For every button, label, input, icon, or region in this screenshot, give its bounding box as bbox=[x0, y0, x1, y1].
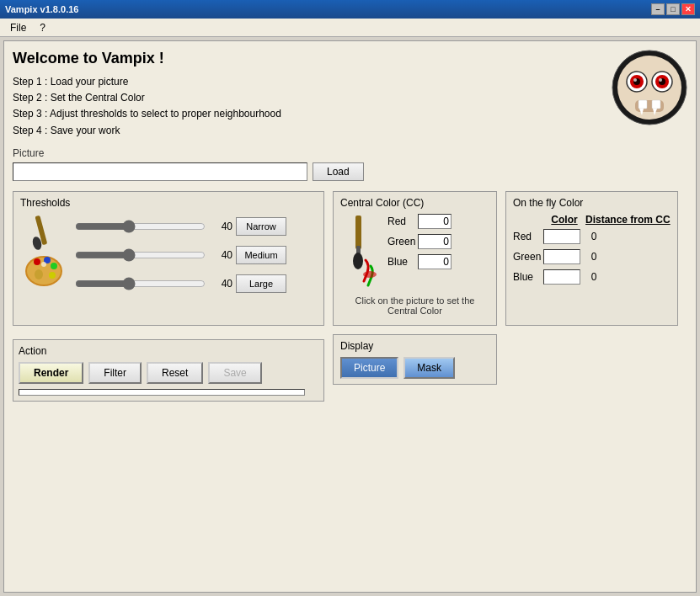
threshold-slider-1[interactable] bbox=[75, 221, 206, 232]
mask-button[interactable]: Mask bbox=[403, 357, 455, 379]
otf-red-distance: 0 bbox=[585, 231, 602, 242]
svg-point-28 bbox=[363, 271, 377, 278]
central-color-panel: Central Color (CC) bbox=[333, 191, 497, 326]
action-title: Action bbox=[19, 345, 318, 357]
cc-green-input[interactable] bbox=[418, 234, 452, 249]
svg-rect-12 bbox=[652, 100, 660, 109]
otf-green-row: Green 0 bbox=[513, 249, 671, 264]
action-buttons-row: Render Filter Reset Save bbox=[19, 362, 318, 384]
steps: Step 1 : Load your picture Step 2 : Set … bbox=[13, 74, 687, 139]
display-panel: Display Picture Mask bbox=[333, 334, 497, 385]
threshold-value-1: 40 bbox=[209, 221, 232, 232]
menu-file[interactable]: File bbox=[3, 20, 33, 35]
otf-green-label: Green bbox=[513, 251, 538, 263]
svg-point-24 bbox=[41, 262, 46, 267]
picture-input[interactable] bbox=[13, 162, 307, 181]
menu-help[interactable]: ? bbox=[33, 20, 52, 35]
save-button[interactable]: Save bbox=[208, 362, 261, 384]
otf-header: Color Distance from CC bbox=[513, 214, 671, 226]
progress-bar bbox=[19, 389, 305, 396]
left-column: Thresholds bbox=[13, 191, 324, 402]
thresholds-content: 40 Narrow 40 Medium 40 Large bbox=[20, 214, 317, 296]
maximize-button[interactable]: □ bbox=[666, 3, 680, 15]
thresholds-panel: Thresholds bbox=[13, 191, 324, 326]
otf-blue-row: Blue 0 bbox=[513, 269, 671, 285]
title-bar: Vampix v1.8.0.16 – □ ✕ bbox=[0, 0, 700, 19]
palette-icon bbox=[20, 214, 67, 296]
app-title: Vampix v1.8.0.16 bbox=[5, 4, 78, 14]
step-1: Step 1 : Load your picture bbox=[13, 74, 687, 90]
cc-blue-input[interactable] bbox=[418, 254, 452, 269]
right-panels: Central Color (CC) bbox=[333, 191, 687, 402]
vampire-logo bbox=[612, 50, 687, 125]
otf-green-color-box bbox=[543, 249, 580, 264]
close-button[interactable]: ✕ bbox=[681, 3, 695, 15]
sliders-container: 40 Narrow 40 Medium 40 Large bbox=[75, 217, 286, 296]
cc-red-row: Red bbox=[387, 214, 489, 229]
main-content: Welcome to Vampix ! Step 1 : Load your p… bbox=[3, 40, 697, 593]
threshold-slider-2[interactable] bbox=[75, 249, 206, 261]
svg-rect-25 bbox=[355, 216, 361, 249]
brush-icon bbox=[340, 214, 382, 292]
otf-col-color: Color bbox=[543, 214, 585, 226]
svg-point-18 bbox=[27, 258, 61, 285]
threshold-value-3: 40 bbox=[209, 278, 232, 290]
cc-color-inputs: Red Green Blue bbox=[387, 214, 489, 292]
cc-blue-row: Blue bbox=[387, 254, 489, 269]
step-4: Step 4 : Save your work bbox=[13, 123, 687, 139]
otf-panel: On the fly Color Color Distance from CC … bbox=[505, 191, 678, 326]
otf-red-color-box bbox=[543, 229, 580, 244]
medium-button[interactable]: Medium bbox=[236, 246, 286, 264]
otf-blue-label: Blue bbox=[513, 271, 538, 283]
cc-instruction: Click on the picture to set the Central … bbox=[340, 295, 489, 316]
svg-point-19 bbox=[35, 269, 43, 279]
cc-blue-label: Blue bbox=[387, 256, 414, 268]
cc-red-label: Red bbox=[387, 216, 414, 227]
step-2: Step 2 : Set the Central Color bbox=[13, 90, 687, 106]
threshold-row-1: 40 Narrow bbox=[75, 217, 286, 236]
threshold-slider-3[interactable] bbox=[75, 278, 206, 290]
reset-button[interactable]: Reset bbox=[147, 362, 203, 384]
svg-point-9 bbox=[659, 78, 662, 82]
otf-red-row: Red 0 bbox=[513, 229, 671, 244]
picture-row: Load bbox=[13, 162, 687, 181]
threshold-row-2: 40 Medium bbox=[75, 246, 286, 264]
menu-bar: File ? bbox=[0, 19, 700, 37]
title-bar-buttons: – □ ✕ bbox=[651, 3, 695, 15]
svg-rect-11 bbox=[639, 100, 647, 109]
cc-title: Central Color (CC) bbox=[340, 197, 489, 209]
otf-title: On the fly Color bbox=[513, 197, 671, 209]
render-button[interactable]: Render bbox=[19, 362, 83, 384]
picture-button[interactable]: Picture bbox=[340, 357, 398, 379]
action-section: Action Render Filter Reset Save bbox=[13, 339, 324, 402]
otf-col-distance: Distance from CC bbox=[585, 214, 671, 226]
load-button[interactable]: Load bbox=[313, 162, 364, 181]
otf-green-distance: 0 bbox=[585, 251, 602, 263]
svg-point-27 bbox=[353, 253, 363, 269]
display-buttons-row: Picture Mask bbox=[340, 357, 489, 379]
svg-point-23 bbox=[49, 272, 56, 279]
threshold-value-2: 40 bbox=[209, 249, 232, 261]
otf-red-label: Red bbox=[513, 231, 538, 242]
otf-blue-color-box bbox=[543, 269, 580, 285]
narrow-button[interactable]: Narrow bbox=[236, 217, 286, 236]
otf-blue-distance: 0 bbox=[585, 271, 602, 283]
cc-green-label: Green bbox=[387, 236, 414, 247]
svg-point-22 bbox=[51, 263, 57, 269]
display-title: Display bbox=[340, 340, 489, 352]
threshold-row-3: 40 Large bbox=[75, 274, 286, 293]
welcome-title: Welcome to Vampix ! bbox=[13, 50, 687, 67]
cc-inner: Red Green Blue bbox=[340, 214, 489, 292]
step-3: Step 3 : Adjust thresholds to select to … bbox=[13, 106, 687, 122]
svg-point-20 bbox=[34, 258, 40, 265]
svg-point-8 bbox=[633, 78, 637, 82]
thresholds-title: Thresholds bbox=[20, 197, 317, 209]
cc-green-row: Green bbox=[387, 234, 489, 249]
cc-red-input[interactable] bbox=[418, 214, 452, 229]
right-top: Central Color (CC) bbox=[333, 191, 687, 326]
picture-label: Picture bbox=[13, 147, 687, 159]
large-button[interactable]: Large bbox=[236, 274, 286, 293]
filter-button[interactable]: Filter bbox=[88, 362, 142, 384]
panels: Thresholds bbox=[13, 191, 687, 402]
minimize-button[interactable]: – bbox=[651, 3, 665, 15]
